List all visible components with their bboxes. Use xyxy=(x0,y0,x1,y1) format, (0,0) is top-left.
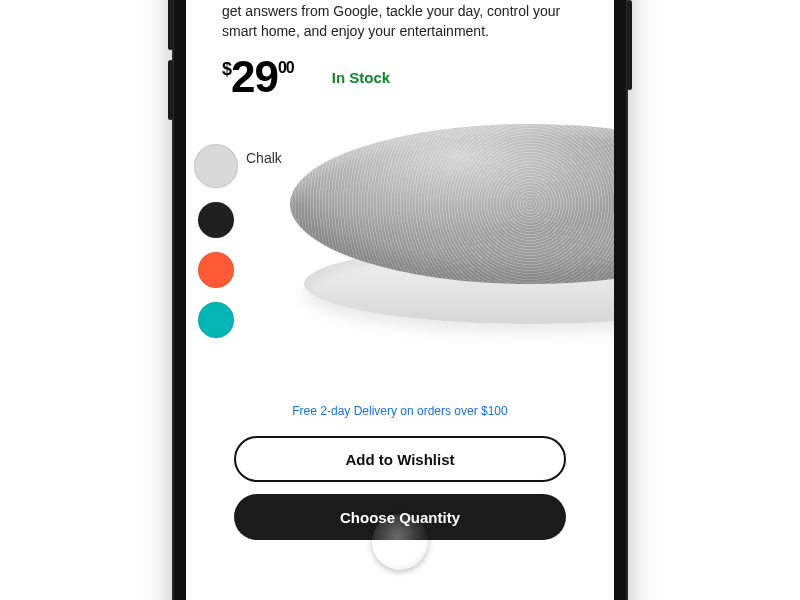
phone-power-button xyxy=(627,0,632,90)
color-swatch-chalk[interactable] xyxy=(194,144,238,188)
phone-volume-down xyxy=(168,60,173,120)
color-swatch-charcoal[interactable] xyxy=(198,202,234,238)
price-whole: 29 xyxy=(231,55,278,99)
price-row: $ 29 00 In Stock xyxy=(222,55,578,99)
choose-quantity-button[interactable]: Choose Quantity xyxy=(234,494,566,540)
color-swatch-list xyxy=(194,144,238,338)
currency-symbol: $ xyxy=(222,59,231,80)
shipping-promo-link[interactable]: Free 2-day Delivery on orders over $100 xyxy=(186,404,614,418)
product-image xyxy=(290,114,614,344)
phone-frame: get answers from Google, tackle your day… xyxy=(172,0,628,600)
device-illustration xyxy=(290,124,614,334)
product-content: get answers from Google, tackle your day… xyxy=(186,0,614,99)
add-to-wishlist-button[interactable]: Add to Wishlist xyxy=(234,436,566,482)
price-cents: 00 xyxy=(278,59,294,77)
phone-volume-up xyxy=(168,0,173,50)
stock-status: In Stock xyxy=(332,69,390,86)
phone-screen: get answers from Google, tackle your day… xyxy=(186,0,614,600)
selected-color-label: Chalk xyxy=(246,150,282,166)
color-swatch-coral[interactable] xyxy=(198,252,234,288)
device-top xyxy=(290,124,614,284)
color-swatch-aqua[interactable] xyxy=(198,302,234,338)
product-price: $ 29 00 xyxy=(222,55,294,99)
product-description: get answers from Google, tackle your day… xyxy=(222,2,578,41)
